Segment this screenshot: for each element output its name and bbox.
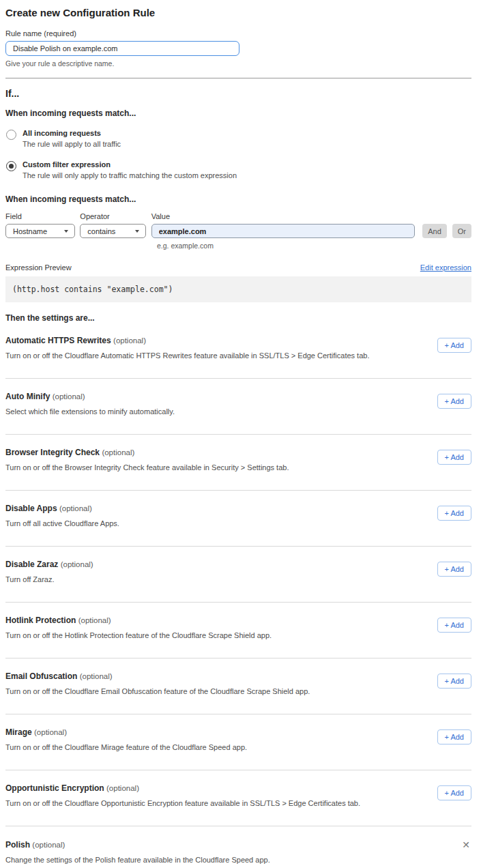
field-select[interactable]: Hostname bbox=[5, 224, 75, 238]
setting-row-auto-minify: Auto Minify (optional) Select which file… bbox=[5, 379, 471, 435]
setting-name: Polish bbox=[5, 840, 30, 850]
setting-optional-label: (optional) bbox=[78, 616, 111, 624]
add-button[interactable]: + Add bbox=[437, 338, 471, 353]
value-input[interactable] bbox=[151, 224, 415, 238]
setting-name: Email Obfuscation bbox=[5, 671, 77, 681]
builder-heading: When incoming requests match... bbox=[5, 194, 471, 204]
field-select-value: Hostname bbox=[13, 227, 47, 235]
radio-custom-filter-expression[interactable]: Custom filter expression The rule will o… bbox=[5, 160, 471, 179]
setting-description: Turn on or off the Hotlink Protection fe… bbox=[5, 631, 272, 639]
close-icon[interactable]: ✕ bbox=[462, 840, 470, 850]
radio-description: The rule will apply to all traffic bbox=[23, 140, 121, 148]
setting-description: Turn off all active Cloudflare Apps. bbox=[5, 519, 119, 527]
radio-button-icon[interactable] bbox=[6, 130, 16, 140]
setting-optional-label: (optional) bbox=[61, 560, 93, 568]
if-heading: If... bbox=[5, 88, 471, 99]
setting-optional-label: (optional) bbox=[113, 336, 146, 345]
operator-select[interactable]: contains bbox=[80, 224, 145, 238]
setting-row-mirage: Mirage (optional) Turn on or off the Clo… bbox=[5, 714, 471, 770]
add-button[interactable]: + Add bbox=[437, 618, 471, 633]
add-button[interactable]: + Add bbox=[437, 674, 471, 689]
setting-row-polish-expanded: Polish (optional) ✕ Change the settings … bbox=[5, 826, 471, 868]
setting-optional-label: (optional) bbox=[53, 392, 85, 401]
rule-name-label: Rule name (required) bbox=[5, 29, 471, 38]
setting-description: Change the settings of the Polish featur… bbox=[5, 856, 471, 864]
match-heading: When incoming requests match... bbox=[5, 108, 471, 118]
setting-name: Auto Minify bbox=[5, 392, 50, 401]
setting-name: Mirage bbox=[5, 727, 32, 737]
or-button[interactable]: Or bbox=[452, 224, 471, 238]
setting-optional-label: (optional) bbox=[80, 672, 113, 680]
setting-description: Turn on or off the Cloudflare Automatic … bbox=[5, 351, 369, 360]
chevron-down-icon bbox=[64, 230, 68, 233]
value-hint: e.g. example.com bbox=[157, 242, 471, 250]
setting-optional-label: (optional) bbox=[59, 504, 92, 512]
radio-all-incoming-requests[interactable]: All incoming requests The rule will appl… bbox=[5, 129, 471, 148]
add-button[interactable]: + Add bbox=[437, 506, 471, 521]
setting-description: Turn off Zaraz. bbox=[5, 575, 93, 583]
setting-row-automatic-https-rewrites: Automatic HTTPS Rewrites (optional) Turn… bbox=[5, 323, 471, 379]
setting-description: Turn on or off the Cloudflare Email Obfu… bbox=[5, 687, 310, 695]
add-button[interactable]: + Add bbox=[437, 450, 471, 465]
add-button[interactable]: + Add bbox=[437, 729, 471, 744]
setting-description: Turn on or off the Cloudflare Opportunis… bbox=[5, 799, 360, 807]
create-configuration-rule-form: Create new Configuration Rule Rule name … bbox=[0, 0, 481, 868]
setting-optional-label: (optional) bbox=[34, 728, 67, 736]
setting-name: Automatic HTTPS Rewrites bbox=[5, 336, 111, 345]
edit-expression-link[interactable]: Edit expression bbox=[420, 263, 471, 272]
expression-preview-code: (http.host contains "example.com") bbox=[5, 276, 471, 302]
setting-row-browser-integrity-check: Browser Integrity Check (optional) Turn … bbox=[5, 435, 471, 491]
setting-row-hotlink-protection: Hotlink Protection (optional) Turn on or… bbox=[5, 603, 471, 659]
rule-name-help: Give your rule a descriptive name. bbox=[5, 59, 471, 68]
value-label: Value bbox=[151, 212, 415, 220]
rule-name-input[interactable] bbox=[5, 41, 239, 56]
setting-description: Select which file extensions to minify a… bbox=[5, 407, 175, 416]
setting-row-disable-zaraz: Disable Zaraz (optional) Turn off Zaraz.… bbox=[5, 547, 471, 603]
setting-row-disable-apps: Disable Apps (optional) Turn off all act… bbox=[5, 491, 471, 547]
operator-select-value: contains bbox=[87, 227, 115, 235]
add-button[interactable]: + Add bbox=[437, 785, 471, 800]
setting-row-email-obfuscation: Email Obfuscation (optional) Turn on or … bbox=[5, 659, 471, 714]
setting-optional-label: (optional) bbox=[102, 448, 134, 457]
add-button[interactable]: + Add bbox=[437, 394, 471, 409]
expression-builder: When incoming requests match... Field Ho… bbox=[5, 194, 471, 250]
setting-optional-label: (optional) bbox=[106, 784, 139, 792]
expression-preview-section: Expression Preview Edit expression (http… bbox=[5, 263, 471, 302]
radio-button-icon[interactable] bbox=[6, 161, 16, 171]
setting-optional-label: (optional) bbox=[32, 841, 65, 849]
setting-name: Opportunistic Encryption bbox=[5, 783, 104, 793]
setting-row-opportunistic-encryption: Opportunistic Encryption (optional) Turn… bbox=[5, 770, 471, 826]
setting-description: Turn on or off the Browser Integrity Che… bbox=[5, 463, 289, 472]
radio-label: All incoming requests bbox=[23, 129, 121, 137]
setting-name: Browser Integrity Check bbox=[5, 448, 100, 457]
setting-name: Disable Zaraz bbox=[5, 560, 58, 569]
then-settings-heading: Then the settings are... bbox=[5, 313, 471, 323]
setting-name: Disable Apps bbox=[5, 504, 57, 513]
page-title: Create new Configuration Rule bbox=[5, 7, 471, 18]
and-button[interactable]: And bbox=[422, 224, 447, 238]
operator-label: Operator bbox=[80, 212, 145, 220]
expression-preview-label: Expression Preview bbox=[5, 263, 72, 272]
section-divider bbox=[5, 78, 471, 78]
field-label: Field bbox=[5, 212, 75, 220]
setting-name: Hotlink Protection bbox=[5, 616, 76, 625]
chevron-down-icon bbox=[135, 230, 139, 233]
radio-description: The rule will only apply to traffic matc… bbox=[23, 171, 237, 179]
setting-description: Turn on or off the Cloudflare Mirage fea… bbox=[5, 743, 247, 751]
add-button[interactable]: + Add bbox=[437, 562, 471, 577]
radio-label: Custom filter expression bbox=[23, 160, 237, 169]
